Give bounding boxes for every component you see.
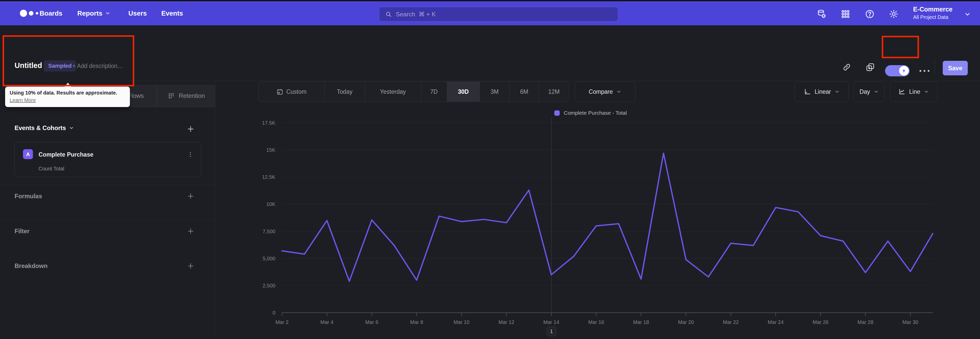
svg-text:Mar 10: Mar 10 xyxy=(453,319,469,325)
range-custom[interactable]: Custom xyxy=(259,82,325,102)
compare-label: Compare xyxy=(589,88,613,95)
nav-item-boards[interactable]: Boards xyxy=(40,1,62,25)
range-7d[interactable]: 7D xyxy=(421,82,447,102)
search-input[interactable] xyxy=(396,11,612,18)
legend-swatch xyxy=(554,110,560,116)
more-options-icon[interactable] xyxy=(919,66,930,76)
svg-text:2,500: 2,500 xyxy=(262,283,275,288)
line-chart-icon xyxy=(898,88,905,95)
svg-text:Mar 20: Mar 20 xyxy=(678,319,694,325)
range-3m[interactable]: 3M xyxy=(479,82,509,102)
svg-text:5,000: 5,000 xyxy=(262,256,275,261)
section-filter: Filter xyxy=(14,228,30,235)
svg-text:Mar 22: Mar 22 xyxy=(723,319,738,325)
svg-text:17.5K: 17.5K xyxy=(262,120,275,126)
events-cohorts-header[interactable]: Events & Cohorts xyxy=(14,125,74,131)
range-12m[interactable]: 12M xyxy=(539,82,569,102)
range-label: 7D xyxy=(430,88,438,95)
event-name: Complete Purchase xyxy=(38,151,94,158)
add-description-field[interactable]: + Add description... xyxy=(72,62,122,69)
svg-text:Mar 24: Mar 24 xyxy=(768,319,783,325)
section-formulas: Formulas xyxy=(14,193,42,200)
tab-label: Flows xyxy=(128,92,144,99)
range-30d[interactable]: 30D xyxy=(447,82,479,102)
top-navigation-bar: Boards Reports Users Events xyxy=(0,1,980,25)
nav-item-users[interactable]: Users xyxy=(128,1,147,25)
svg-text:Mar 2: Mar 2 xyxy=(275,319,288,325)
chevron-down-icon xyxy=(69,125,74,131)
add-formula-button[interactable] xyxy=(185,190,196,202)
svg-text:Mar 28: Mar 28 xyxy=(858,319,873,325)
interval-label: Day xyxy=(859,88,870,95)
compare-button[interactable]: Compare xyxy=(575,82,635,102)
svg-text:Mar 4: Mar 4 xyxy=(320,319,333,325)
svg-text:Mar 6: Mar 6 xyxy=(365,319,378,325)
pagination-page-1[interactable]: 1 xyxy=(547,327,556,336)
chevron-down-icon xyxy=(616,89,621,94)
line-chart[interactable]: 02,5005,0007,50010K12.5K15K17.5KMar 2Mar… xyxy=(282,117,935,329)
event-options-icon[interactable] xyxy=(185,149,196,160)
event-row-complete-purchase[interactable]: A Complete Purchase Count Total xyxy=(14,142,201,177)
chevron-down-icon xyxy=(873,89,879,94)
learn-more-link[interactable]: Learn More xyxy=(10,98,36,103)
chart-type-dropdown[interactable]: Line xyxy=(890,82,937,102)
event-metric[interactable]: Count Total xyxy=(38,166,64,172)
tab-label: Retention xyxy=(179,92,205,99)
nav-item-label: Reports xyxy=(77,10,102,18)
svg-text:0: 0 xyxy=(272,310,275,315)
add-event-button[interactable] xyxy=(185,123,196,134)
nav-item-events[interactable]: Events xyxy=(161,1,183,25)
chart-type-label: Line xyxy=(909,88,920,95)
sampled-badge[interactable]: Sampled xyxy=(44,60,76,72)
legend-item[interactable]: Complete Purchase - Total xyxy=(554,110,627,116)
global-search[interactable] xyxy=(379,7,618,21)
data-management-icon[interactable] xyxy=(816,8,827,20)
chevron-down-icon[interactable] xyxy=(964,11,971,19)
add-breakdown-button[interactable] xyxy=(185,260,196,272)
help-icon[interactable] xyxy=(864,8,875,20)
tooltip-message: Using 10% of data. Results are approxima… xyxy=(10,90,125,96)
svg-text:Mar 18: Mar 18 xyxy=(633,319,649,325)
save-button[interactable]: Save xyxy=(943,61,968,75)
range-label: 3M xyxy=(490,88,499,95)
interval-dropdown[interactable]: Day xyxy=(854,82,885,102)
legend-label: Complete Purchase - Total xyxy=(564,110,627,116)
project-name: E-Commerce xyxy=(913,6,953,13)
chevron-down-icon xyxy=(105,10,110,16)
range-yesterday[interactable]: Yesterday xyxy=(365,82,421,102)
range-label: 6M xyxy=(520,88,528,95)
nav-item-reports[interactable]: Reports xyxy=(77,1,110,25)
copy-add-icon[interactable] xyxy=(865,62,876,73)
range-label: Today xyxy=(337,88,352,95)
apps-grid-icon[interactable] xyxy=(840,8,851,20)
share-link-icon[interactable] xyxy=(841,62,853,73)
settings-gear-icon[interactable] xyxy=(888,8,899,20)
report-header-bar: Untitled Sampled + Add description... xyxy=(0,25,980,81)
section-separator xyxy=(0,185,215,185)
svg-text:15K: 15K xyxy=(266,147,275,153)
retention-icon xyxy=(167,92,175,100)
tab-retention[interactable]: Retention xyxy=(157,85,215,107)
event-series-badge: A xyxy=(23,149,33,159)
calendar-icon xyxy=(277,88,283,95)
range-label: 12M xyxy=(548,88,560,95)
events-cohorts-label: Events & Cohorts xyxy=(14,125,66,131)
range-today[interactable]: Today xyxy=(325,82,365,102)
range-6m[interactable]: 6M xyxy=(509,82,539,102)
mixpanel-insights-app: Boards Reports Users Events xyxy=(0,0,980,339)
section-separator xyxy=(0,254,215,255)
project-selector[interactable]: E-Commerce All Project Data xyxy=(913,6,953,20)
nav-item-label: Events xyxy=(161,10,183,18)
svg-text:10K: 10K xyxy=(266,201,275,207)
lightning-bolt-icon xyxy=(901,68,907,73)
svg-text:Mar 26: Mar 26 xyxy=(813,319,829,325)
report-title[interactable]: Untitled xyxy=(14,61,42,70)
nav-item-label: Boards xyxy=(40,10,62,18)
add-filter-button[interactable] xyxy=(185,225,196,237)
scale-dropdown[interactable]: Linear xyxy=(795,82,849,102)
sampling-toggle[interactable] xyxy=(885,65,910,77)
mixpanel-logo[interactable] xyxy=(19,8,42,19)
svg-text:Mar 16: Mar 16 xyxy=(588,319,604,325)
svg-text:Mar 8: Mar 8 xyxy=(410,319,423,325)
svg-text:Mar 30: Mar 30 xyxy=(902,319,918,325)
